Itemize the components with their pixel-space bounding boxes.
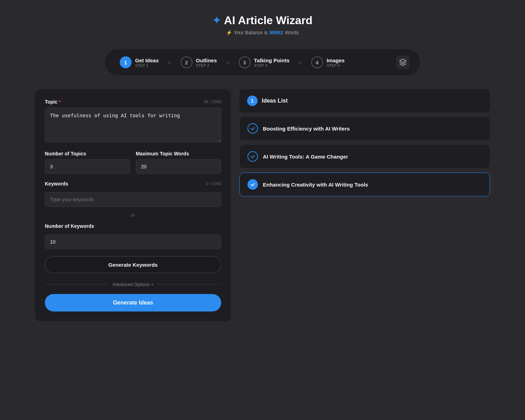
step-3[interactable]: 3 Talking Points STEP 3 xyxy=(234,54,294,70)
right-divider xyxy=(158,284,221,285)
step-separator-3: » xyxy=(299,59,302,66)
step-1[interactable]: 1 Get Ideas STEP 1 xyxy=(115,54,163,70)
idea-2-text: AI Writing Tools: A Game Changer xyxy=(263,154,348,160)
step-1-circle: 1 xyxy=(120,56,132,68)
generate-keywords-button[interactable]: Generate Keywords xyxy=(45,256,221,273)
number-of-keywords-header: Number of Keywords xyxy=(45,223,221,229)
step-4[interactable]: 4 Images STEP 4 xyxy=(307,54,349,70)
required-star: * xyxy=(57,99,61,105)
idea-2-checkbox xyxy=(247,151,258,162)
generate-ideas-button[interactable]: Generate Ideas xyxy=(45,294,221,312)
step-separator-1: » xyxy=(168,59,172,66)
max-topic-words-group: Maximum Topic Words xyxy=(136,151,221,174)
step-1-label: Get Ideas xyxy=(135,57,159,63)
step-4-sublabel: STEP 4 xyxy=(327,63,345,68)
title-text: AI Article Wizard xyxy=(224,14,313,27)
step-3-label: Talking Points xyxy=(254,57,289,63)
topic-char-count: 44 / 2000 xyxy=(204,99,221,104)
number-of-topics-input[interactable] xyxy=(45,159,130,174)
left-divider xyxy=(45,284,108,285)
topic-textarea[interactable] xyxy=(45,107,221,142)
step-2-sublabel: STEP 2 xyxy=(196,63,217,68)
idea-1-text: Boosting Efficiency with AI Writers xyxy=(263,126,350,132)
keywords-char-count: 0 / 1000 xyxy=(206,181,221,186)
step-4-label: Images xyxy=(327,57,345,63)
keywords-field-header: Keywords 0 / 1000 xyxy=(45,181,221,187)
step-3-sublabel: STEP 3 xyxy=(254,63,289,68)
advanced-options-label[interactable]: Advanced Options + xyxy=(112,282,153,287)
max-topic-words-label: Maximum Topic Words xyxy=(136,151,221,156)
number-of-keywords-section: Number of Keywords xyxy=(45,223,221,249)
step-2-circle: 2 xyxy=(181,56,192,68)
two-col-fields: Number of Topics Maximum Topic Words xyxy=(45,151,221,174)
idea-3-checkbox xyxy=(247,179,258,190)
stack-icon[interactable] xyxy=(396,56,410,69)
right-panel: 1 Ideas List Boosting Efficiency with AI… xyxy=(239,89,490,196)
idea-item-2[interactable]: AI Writing Tools: A Game Changer xyxy=(239,145,490,168)
step-separator-2: » xyxy=(226,59,230,66)
number-of-keywords-label: Number of Keywords xyxy=(45,223,94,229)
keywords-input[interactable] xyxy=(45,192,221,207)
ideas-list-title: Ideas List xyxy=(262,98,288,104)
number-of-topics-group: Number of Topics xyxy=(45,151,130,174)
step-4-circle: 4 xyxy=(311,56,323,68)
balance-info: ⚡ Your Balance is 99952 Words xyxy=(0,30,525,35)
balance-amount: 99952 xyxy=(270,30,283,35)
steps-navigation: 1 Get Ideas STEP 1 » 2 Outlines STEP 2 »… xyxy=(105,49,420,75)
main-content: Topic * 44 / 2000 Number of Topics Maxim… xyxy=(0,82,525,328)
left-panel: Topic * 44 / 2000 Number of Topics Maxim… xyxy=(35,89,231,321)
bolt-icon: ⚡ xyxy=(226,30,232,35)
or-divider: or xyxy=(45,212,221,218)
number-of-topics-label: Number of Topics xyxy=(45,151,130,156)
step-1-sublabel: STEP 1 xyxy=(135,63,159,68)
sparkle-icon: ✦ xyxy=(212,15,220,26)
advanced-options[interactable]: Advanced Options + xyxy=(45,282,221,287)
keywords-label: Keywords xyxy=(45,181,68,187)
max-topic-words-input[interactable] xyxy=(136,159,221,174)
step-3-circle: 3 xyxy=(239,56,251,68)
topic-label: Topic * xyxy=(45,99,61,105)
page-header: ✦ AI Article Wizard ⚡ Your Balance is 99… xyxy=(0,0,525,42)
idea-item-1[interactable]: Boosting Efficiency with AI Writers xyxy=(239,117,490,140)
idea-3-text: Enhancing Creativity with AI Writing Too… xyxy=(263,182,368,188)
step-2-label: Outlines xyxy=(196,57,217,63)
ideas-badge: 1 xyxy=(247,96,258,106)
idea-1-checkbox xyxy=(247,123,258,134)
step-2[interactable]: 2 Outlines STEP 2 xyxy=(176,54,221,70)
idea-item-3[interactable]: Enhancing Creativity with AI Writing Too… xyxy=(239,173,490,196)
number-of-keywords-input[interactable] xyxy=(45,234,221,249)
keywords-section: Keywords 0 / 1000 xyxy=(45,181,221,207)
app-title: ✦ AI Article Wizard xyxy=(0,14,525,27)
topic-field-header: Topic * 44 / 2000 xyxy=(45,99,221,105)
ideas-list-header: 1 Ideas List xyxy=(239,89,490,112)
